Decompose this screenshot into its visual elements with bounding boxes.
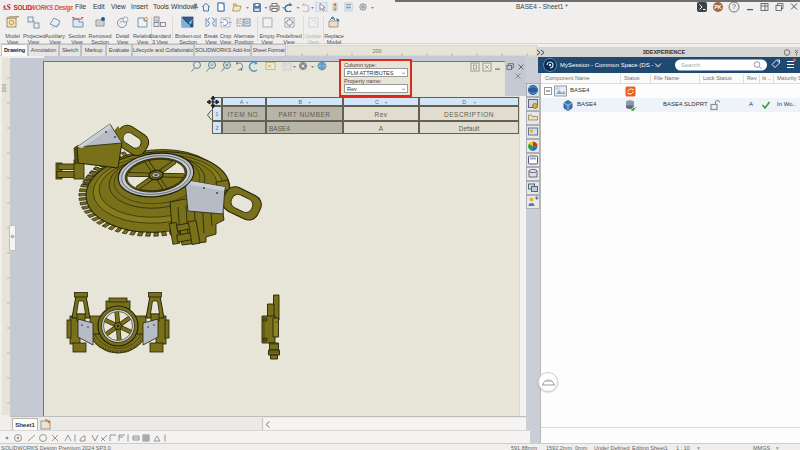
svg-text:PK: PK	[715, 4, 722, 10]
svg-text:MySession - Common Space (DS -: MySession - Common Space (DS - ...	[560, 62, 660, 68]
svg-text:WORKS Design: WORKS Design	[30, 4, 73, 12]
svg-text:?: ?	[732, 3, 736, 10]
svg-text:200: 200	[372, 48, 381, 54]
svg-text:ƾS: ƾS	[3, 2, 11, 12]
svg-text:200: 200	[2, 84, 7, 93]
svg-text:Search: Search	[681, 62, 700, 68]
